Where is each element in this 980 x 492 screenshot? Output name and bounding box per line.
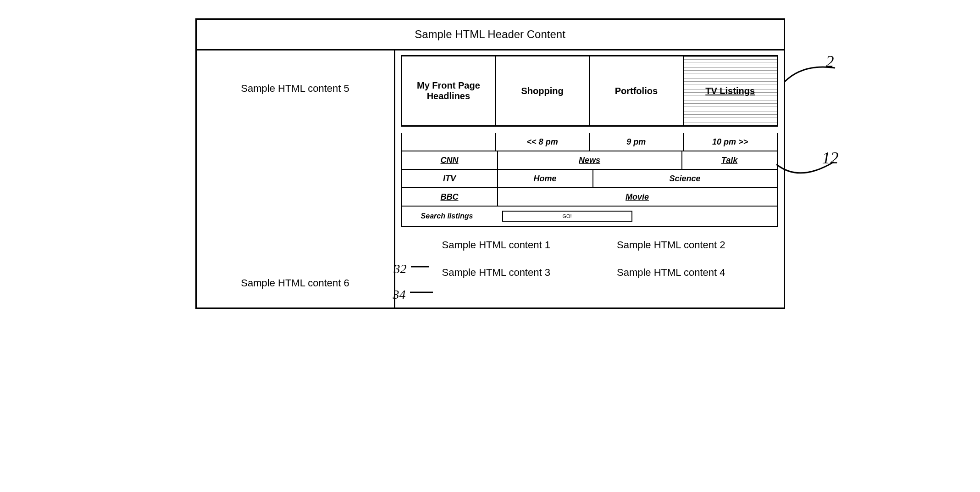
header: Sample HTML Header Content (197, 20, 784, 50)
left-content-5: Sample HTML content 5 (206, 64, 385, 95)
time-prev[interactable]: << 8 pm (496, 133, 590, 151)
time-mid: 9 pm (590, 133, 684, 151)
callout-34: 34 (393, 287, 437, 302)
row-bbc: BBC Movie (402, 188, 777, 207)
prog-cnn-talk[interactable]: Talk (682, 151, 777, 169)
row-itv: ITV Home Science (402, 170, 777, 188)
time-blank (402, 133, 496, 151)
channel-itv[interactable]: ITV (402, 170, 498, 187)
search-go-button[interactable]: GO! (562, 213, 571, 219)
prog-cnn-news[interactable]: News (498, 151, 682, 169)
channel-bbc[interactable]: BBC (402, 188, 498, 206)
tv-listings-grid: << 8 pm 9 pm 10 pm >> CNN News Talk ITV … (401, 133, 778, 227)
time-next[interactable]: 10 pm >> (684, 133, 777, 151)
prog-bbc-movie[interactable]: Movie (498, 188, 777, 206)
left-column: Sample HTML content 5 Sample HTML conten… (197, 50, 395, 308)
tab-tv-listings[interactable]: TV Listings (684, 56, 777, 125)
row-cnn: CNN News Talk (402, 151, 777, 170)
tab-headlines[interactable]: My Front Page Headlines (402, 56, 496, 125)
content-4: Sample HTML content 4 (589, 267, 778, 279)
tab-bar: My Front Page Headlines Shopping Portfol… (401, 55, 778, 127)
time-row: << 8 pm 9 pm 10 pm >> (402, 133, 777, 151)
search-row: Search listings GO! (402, 207, 777, 226)
prog-itv-science[interactable]: Science (593, 170, 777, 187)
page-frame: Sample HTML Header Content Sample HTML c… (195, 18, 785, 309)
prog-itv-home[interactable]: Home (498, 170, 593, 187)
content-1: Sample HTML content 1 (401, 239, 590, 251)
search-input[interactable]: GO! (502, 211, 632, 222)
content-grid: Sample HTML content 1 Sample HTML conten… (401, 239, 778, 279)
search-label: Search listings (406, 212, 488, 220)
right-column: My Front Page Headlines Shopping Portfol… (395, 50, 784, 308)
callout-32: 32 (394, 262, 433, 276)
tab-portfolios[interactable]: Portfolios (590, 56, 684, 125)
body: Sample HTML content 5 Sample HTML conten… (197, 50, 784, 308)
callout-2: 2 (826, 52, 834, 71)
tab-shopping[interactable]: Shopping (496, 56, 590, 125)
callout-12: 12 (822, 148, 839, 168)
left-content-6: Sample HTML content 6 (206, 277, 385, 294)
content-2: Sample HTML content 2 (589, 239, 778, 251)
channel-cnn[interactable]: CNN (402, 151, 498, 169)
